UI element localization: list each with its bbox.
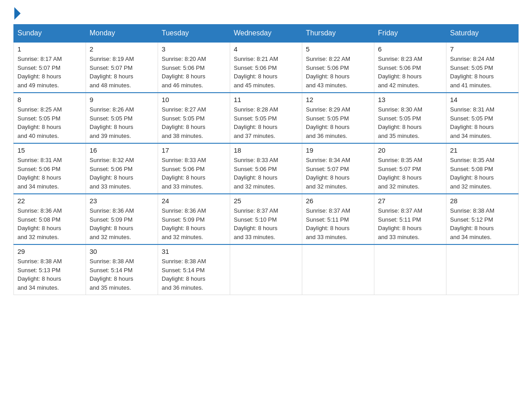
day-info: Sunrise: 8:34 AMSunset: 5:07 PMDaylight:… [306, 156, 370, 191]
calendar-cell: 6 Sunrise: 8:23 AMSunset: 5:06 PMDayligh… [374, 42, 446, 93]
calendar-cell: 7 Sunrise: 8:24 AMSunset: 5:05 PMDayligh… [446, 42, 519, 93]
day-info: Sunrise: 8:38 AMSunset: 5:14 PMDaylight:… [90, 257, 154, 292]
day-info: Sunrise: 8:37 AMSunset: 5:11 PMDaylight:… [306, 206, 370, 241]
day-info: Sunrise: 8:38 AMSunset: 5:12 PMDaylight:… [450, 206, 515, 241]
day-info: Sunrise: 8:23 AMSunset: 5:06 PMDaylight:… [378, 55, 442, 90]
column-header-sunday: Sunday [14, 25, 86, 43]
day-number: 9 [90, 96, 154, 103]
day-number: 21 [450, 146, 515, 154]
day-info: Sunrise: 8:37 AMSunset: 5:11 PMDaylight:… [378, 206, 442, 241]
day-number: 20 [378, 146, 442, 154]
day-info: Sunrise: 8:33 AMSunset: 5:06 PMDaylight:… [162, 156, 226, 191]
calendar-week-row: 29 Sunrise: 8:38 AMSunset: 5:13 PMDaylig… [14, 244, 519, 295]
day-info: Sunrise: 8:38 AMSunset: 5:13 PMDaylight:… [17, 257, 82, 292]
day-number: 14 [450, 96, 515, 103]
day-info: Sunrise: 8:35 AMSunset: 5:07 PMDaylight:… [378, 156, 442, 191]
day-number: 28 [450, 197, 515, 205]
calendar-cell: 8 Sunrise: 8:25 AMSunset: 5:05 PMDayligh… [14, 93, 86, 143]
calendar-cell: 18 Sunrise: 8:33 AMSunset: 5:06 PMDaylig… [230, 143, 302, 194]
calendar-cell: 28 Sunrise: 8:38 AMSunset: 5:12 PMDaylig… [446, 194, 519, 244]
calendar-week-row: 15 Sunrise: 8:31 AMSunset: 5:06 PMDaylig… [14, 143, 519, 194]
calendar-cell [302, 244, 374, 295]
logo [13, 9, 21, 20]
calendar-cell: 30 Sunrise: 8:38 AMSunset: 5:14 PMDaylig… [86, 244, 158, 295]
day-number: 3 [162, 45, 226, 53]
calendar-header-row: SundayMondayTuesdayWednesdayThursdayFrid… [14, 25, 519, 43]
day-number: 8 [17, 96, 82, 103]
calendar-cell [446, 244, 519, 295]
calendar-cell: 29 Sunrise: 8:38 AMSunset: 5:13 PMDaylig… [14, 244, 86, 295]
calendar-cell [230, 244, 302, 295]
calendar-cell [374, 244, 446, 295]
day-info: Sunrise: 8:37 AMSunset: 5:10 PMDaylight:… [234, 206, 298, 241]
calendar-cell: 13 Sunrise: 8:30 AMSunset: 5:05 PMDaylig… [374, 93, 446, 143]
calendar-cell: 10 Sunrise: 8:27 AMSunset: 5:05 PMDaylig… [158, 93, 230, 143]
day-number: 5 [306, 45, 370, 53]
day-info: Sunrise: 8:31 AMSunset: 5:05 PMDaylight:… [450, 105, 515, 140]
day-number: 12 [306, 96, 370, 103]
calendar-cell: 21 Sunrise: 8:35 AMSunset: 5:08 PMDaylig… [446, 143, 519, 194]
calendar-cell: 17 Sunrise: 8:33 AMSunset: 5:06 PMDaylig… [158, 143, 230, 194]
day-info: Sunrise: 8:36 AMSunset: 5:09 PMDaylight:… [90, 206, 154, 241]
calendar-cell: 2 Sunrise: 8:19 AMSunset: 5:07 PMDayligh… [86, 42, 158, 93]
day-number: 1 [17, 45, 82, 53]
calendar-cell: 27 Sunrise: 8:37 AMSunset: 5:11 PMDaylig… [374, 194, 446, 244]
calendar-cell: 25 Sunrise: 8:37 AMSunset: 5:10 PMDaylig… [230, 194, 302, 244]
day-number: 10 [162, 96, 226, 103]
column-header-friday: Friday [374, 25, 446, 43]
day-info: Sunrise: 8:30 AMSunset: 5:05 PMDaylight:… [378, 105, 442, 140]
day-info: Sunrise: 8:33 AMSunset: 5:06 PMDaylight:… [234, 156, 298, 191]
day-info: Sunrise: 8:21 AMSunset: 5:06 PMDaylight:… [234, 55, 298, 90]
calendar-cell: 31 Sunrise: 8:38 AMSunset: 5:14 PMDaylig… [158, 244, 230, 295]
day-number: 6 [378, 45, 442, 53]
day-number: 7 [450, 45, 515, 53]
column-header-wednesday: Wednesday [230, 25, 302, 43]
column-header-saturday: Saturday [446, 25, 519, 43]
calendar-cell: 1 Sunrise: 8:17 AMSunset: 5:07 PMDayligh… [14, 42, 86, 93]
day-number: 26 [306, 197, 370, 205]
calendar-week-row: 1 Sunrise: 8:17 AMSunset: 5:07 PMDayligh… [14, 42, 519, 93]
day-info: Sunrise: 8:19 AMSunset: 5:07 PMDaylight:… [90, 55, 154, 90]
day-info: Sunrise: 8:26 AMSunset: 5:05 PMDaylight:… [90, 105, 154, 140]
calendar-week-row: 8 Sunrise: 8:25 AMSunset: 5:05 PMDayligh… [14, 93, 519, 143]
day-info: Sunrise: 8:27 AMSunset: 5:05 PMDaylight:… [162, 105, 226, 140]
day-number: 13 [378, 96, 442, 103]
day-info: Sunrise: 8:29 AMSunset: 5:05 PMDaylight:… [306, 105, 370, 140]
calendar-cell: 22 Sunrise: 8:36 AMSunset: 5:08 PMDaylig… [14, 194, 86, 244]
calendar-table: SundayMondayTuesdayWednesdayThursdayFrid… [13, 24, 519, 295]
day-number: 22 [17, 197, 82, 205]
day-info: Sunrise: 8:32 AMSunset: 5:06 PMDaylight:… [90, 156, 154, 191]
day-number: 11 [234, 96, 298, 103]
calendar-cell: 4 Sunrise: 8:21 AMSunset: 5:06 PMDayligh… [230, 42, 302, 93]
day-info: Sunrise: 8:31 AMSunset: 5:06 PMDaylight:… [17, 156, 82, 191]
day-number: 19 [306, 146, 370, 154]
day-info: Sunrise: 8:38 AMSunset: 5:14 PMDaylight:… [162, 257, 226, 292]
day-number: 27 [378, 197, 442, 205]
calendar-cell: 12 Sunrise: 8:29 AMSunset: 5:05 PMDaylig… [302, 93, 374, 143]
calendar-cell: 16 Sunrise: 8:32 AMSunset: 5:06 PMDaylig… [86, 143, 158, 194]
day-number: 23 [90, 197, 154, 205]
day-info: Sunrise: 8:20 AMSunset: 5:06 PMDaylight:… [162, 55, 226, 90]
calendar-cell: 20 Sunrise: 8:35 AMSunset: 5:07 PMDaylig… [374, 143, 446, 194]
column-header-monday: Monday [86, 25, 158, 43]
day-info: Sunrise: 8:36 AMSunset: 5:09 PMDaylight:… [162, 206, 226, 241]
day-number: 15 [17, 146, 82, 154]
page-header [13, 9, 519, 20]
calendar-cell: 11 Sunrise: 8:28 AMSunset: 5:05 PMDaylig… [230, 93, 302, 143]
calendar-cell: 14 Sunrise: 8:31 AMSunset: 5:05 PMDaylig… [446, 93, 519, 143]
day-number: 25 [234, 197, 298, 205]
logo-arrow-icon [14, 7, 21, 20]
calendar-cell: 23 Sunrise: 8:36 AMSunset: 5:09 PMDaylig… [86, 194, 158, 244]
day-number: 18 [234, 146, 298, 154]
day-info: Sunrise: 8:35 AMSunset: 5:08 PMDaylight:… [450, 156, 515, 191]
calendar-week-row: 22 Sunrise: 8:36 AMSunset: 5:08 PMDaylig… [14, 194, 519, 244]
day-number: 16 [90, 146, 154, 154]
calendar-cell: 26 Sunrise: 8:37 AMSunset: 5:11 PMDaylig… [302, 194, 374, 244]
calendar-cell: 19 Sunrise: 8:34 AMSunset: 5:07 PMDaylig… [302, 143, 374, 194]
day-info: Sunrise: 8:36 AMSunset: 5:08 PMDaylight:… [17, 206, 82, 241]
calendar-cell: 5 Sunrise: 8:22 AMSunset: 5:06 PMDayligh… [302, 42, 374, 93]
day-info: Sunrise: 8:28 AMSunset: 5:05 PMDaylight:… [234, 105, 298, 140]
day-number: 2 [90, 45, 154, 53]
day-number: 24 [162, 197, 226, 205]
day-info: Sunrise: 8:25 AMSunset: 5:05 PMDaylight:… [17, 105, 82, 140]
